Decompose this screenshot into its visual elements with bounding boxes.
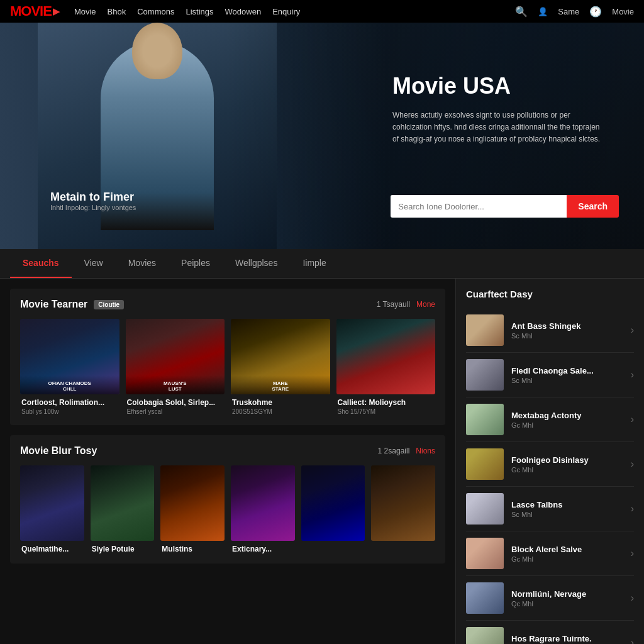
- movie-info-6: Siyle Potuie: [91, 541, 155, 553]
- search-button[interactable]: Search: [567, 195, 619, 218]
- poster2-overlay: MAUSN'SLUST: [126, 375, 225, 394]
- movie-poster-3: MARESTARE: [231, 319, 330, 394]
- poster3-overlay: MARESTARE: [231, 375, 330, 394]
- nav-wodowen[interactable]: Wodowen: [225, 7, 262, 16]
- sidebar-thumb-4: [466, 448, 504, 480]
- sidebar-item-title-8: Hos Ragrare Tuirnte.: [511, 634, 623, 643]
- user-label[interactable]: Same: [558, 7, 579, 16]
- hero-film-name: Metain to Fimer: [50, 191, 136, 204]
- sidebar-item-title-2: Fledl Chaonga Sale...: [511, 366, 623, 375]
- search-icon[interactable]: 🔍: [515, 6, 528, 18]
- section2-title-area: Movie Blur Tosy: [20, 445, 97, 457]
- section2-title: Movie Blur Tosy: [20, 445, 97, 457]
- section1-header: Movie Tearner Cioutie 1 Tsayaull Mone: [20, 299, 435, 310]
- nav-bhok[interactable]: Bhok: [108, 7, 126, 16]
- sidebar-item-info-4: Foolnigeo Disinlasy Gc Mhl: [511, 455, 623, 474]
- tab-seauchs[interactable]: Seauchs: [10, 249, 72, 278]
- section1-meta-right[interactable]: Mone: [416, 300, 435, 309]
- nav-listings[interactable]: Listings: [186, 7, 213, 16]
- movie-poster-10: [371, 465, 435, 541]
- sidebar-item-info-1: Ant Bass Shingek Sc Mhl: [511, 321, 623, 340]
- section2-meta-right[interactable]: Nions: [416, 447, 435, 455]
- movie-card-1[interactable]: OFIAN CHAMODSCHLL Cortloost, Rolimation.…: [20, 319, 119, 415]
- sidebar-thumb-2: [466, 359, 504, 391]
- section2-header: Movie Blur Tosy 1 2sagaill Nions: [20, 445, 435, 457]
- sidebar-item-sub-6: Gc Mhl: [511, 555, 623, 563]
- sidebar-item-title-7: Normliúni, Nervage: [511, 589, 623, 599]
- sidebar-item-5[interactable]: Lasce Talbns Sc Mhl ›: [466, 487, 634, 531]
- sidebar-thumb-5: [466, 493, 504, 525]
- sidebar-item-1[interactable]: Ant Bass Shingek Sc Mhl ›: [466, 308, 634, 353]
- chevron-right-icon-2: ›: [631, 369, 634, 380]
- sidebar-item-sub-5: Sc Mhl: [511, 511, 623, 518]
- nav-commons[interactable]: Commons: [137, 7, 174, 16]
- poster3-text: MARESTARE: [233, 380, 328, 392]
- sidebar-item-7[interactable]: Normliúni, Nervage Qc Mhl ›: [466, 576, 634, 621]
- user-icon: 👤: [538, 7, 548, 16]
- movie-card-9[interactable]: [301, 465, 365, 553]
- movie-title-4: Calliect: Molioysch: [338, 398, 435, 407]
- tab-wellgplses[interactable]: Wellgplses: [223, 249, 290, 278]
- sidebar-item-3[interactable]: Mextabag Actonty Gc Mhl ›: [466, 397, 634, 442]
- movie-card-7[interactable]: Mulstins: [160, 465, 225, 553]
- movie-info-8: Exticnary...: [231, 541, 295, 553]
- section1-badge[interactable]: Cioutie: [94, 300, 124, 309]
- movie-info-3: Truskohme 200S51SGYM: [231, 394, 330, 415]
- movie-poster-9: [301, 465, 365, 541]
- sidebar-item-sub-4: Gc Mhl: [511, 466, 623, 474]
- movie-poster-7: [160, 465, 225, 541]
- time-label[interactable]: Movie: [612, 7, 634, 16]
- nav-enquiry[interactable]: Enquiry: [272, 7, 300, 16]
- movie-card-10[interactable]: [371, 465, 435, 553]
- hero-description: Wheres actutly exsolves signt to use pol…: [392, 109, 606, 146]
- sidebar-thumb-8: [466, 627, 504, 644]
- movie-card-6[interactable]: Siyle Potuie: [91, 465, 155, 553]
- movie-info-1: Cortloost, Rolimation... Subl ys 100w: [20, 394, 119, 415]
- sidebar-item-2[interactable]: Fledl Chaonga Sale... Sc Mhl ›: [466, 353, 634, 397]
- section-movie-blur: Movie Blur Tosy 1 2sagaill Nions Quelmat…: [10, 435, 445, 564]
- sidebar-title: Cuarftect Dasy: [466, 289, 634, 299]
- sidebar-item-sub-3: Gc Mhl: [511, 421, 623, 429]
- tab-iimple[interactable]: Iimple: [290, 249, 338, 278]
- poster1-overlay: OFIAN CHAMODSCHLL: [20, 375, 119, 394]
- sidebar-item-4[interactable]: Foolnigeo Disinlasy Gc Mhl ›: [466, 442, 634, 487]
- tab-view[interactable]: View: [72, 249, 116, 278]
- nav-movie[interactable]: Movie: [74, 7, 96, 16]
- section1-title-area: Movie Tearner Cioutie: [20, 299, 124, 310]
- sidebar-thumb-7: [466, 582, 504, 614]
- movie-sub-2: Efhserl yscal: [127, 408, 224, 415]
- movie-title-3: Truskohme: [232, 398, 329, 407]
- hero-section: Movie USA Wheres actutly exsolves signt …: [0, 23, 644, 249]
- movie-info-5: Quelmatihe...: [20, 541, 84, 553]
- movie-card-8[interactable]: Exticnary...: [231, 465, 295, 553]
- movie-sub-4: Sho 15/75YM: [338, 408, 435, 415]
- movie-poster-5: [20, 465, 84, 541]
- chevron-right-icon-8: ›: [631, 637, 634, 644]
- movie-card-3[interactable]: MARESTARE Truskohme 200S51SGYM: [231, 319, 330, 415]
- section1-meta: 1 Tsayaull Mone: [377, 300, 435, 309]
- sidebar-item-8[interactable]: Hos Ragrare Tuirnte. Gc Mhl ›: [466, 621, 634, 644]
- movie-poster-2: MAUSN'SLUST: [126, 319, 225, 394]
- chevron-right-icon-1: ›: [631, 325, 634, 336]
- sidebar-item-info-7: Normliúni, Nervage Qc Mhl: [511, 589, 623, 608]
- logo[interactable]: MOVIE ▶: [10, 3, 59, 19]
- movie-info-2: Colobagia Solol, Sirlep... Efhserl yscal: [126, 394, 225, 415]
- sidebar-item-title-6: Block Alerel Salve: [511, 545, 623, 554]
- sidebar-item-info-6: Block Alerel Salve Gc Mhl: [511, 545, 623, 563]
- tab-movies[interactable]: Movies: [116, 249, 169, 278]
- clock-icon: 🕐: [589, 6, 602, 18]
- sidebar-item-title-4: Foolnigeo Disinlasy: [511, 455, 623, 465]
- movie-card-5[interactable]: Quelmatihe...: [20, 465, 84, 553]
- left-content: Movie Tearner Cioutie 1 Tsayaull Mone OF…: [0, 279, 455, 644]
- movie-title-2: Colobagia Solol, Sirlep...: [127, 398, 224, 407]
- movie-card-2[interactable]: MAUSN'SLUST Colobagia Solol, Sirlep... E…: [126, 319, 225, 415]
- movie-card-4[interactable]: Calliect: Molioysch Sho 15/75YM: [336, 319, 436, 415]
- sidebar-item-6[interactable]: Block Alerel Salve Gc Mhl ›: [466, 531, 634, 576]
- tabs-bar: Seauchs View Movies Peiples Wellgplses I…: [0, 249, 644, 279]
- sidebar-thumb-1: [466, 314, 504, 346]
- sidebar-item-sub-1: Sc Mhl: [511, 332, 623, 340]
- search-input[interactable]: [391, 195, 567, 218]
- tab-peiples[interactable]: Peiples: [169, 249, 223, 278]
- sidebar-item-title-3: Mextabag Actonty: [511, 411, 623, 420]
- right-sidebar: Cuarftect Dasy Ant Bass Shingek Sc Mhl ›…: [455, 279, 644, 644]
